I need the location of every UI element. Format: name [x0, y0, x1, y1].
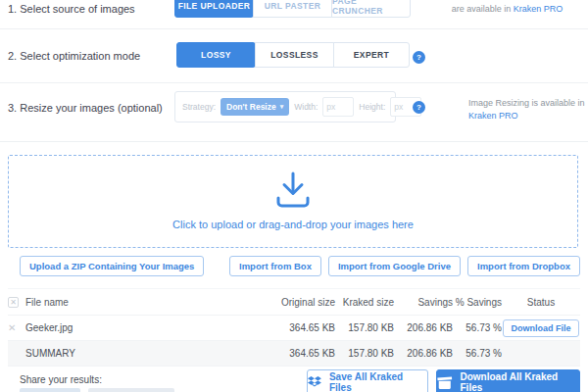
download-arrow-icon — [270, 171, 316, 214]
resize-controls: Strategy: Don't Resize ▾ Width: Height: — [174, 91, 396, 122]
summary-pct: 56.73 % — [453, 348, 502, 359]
tab-expert[interactable]: EXPERT — [333, 42, 410, 68]
share-results-label: Share your results: — [20, 374, 102, 385]
upload-zip-button[interactable]: Upload a ZIP Containing Your Images — [20, 256, 204, 276]
remove-file-icon[interactable]: ✕ — [8, 322, 25, 333]
col-savings: Savings — [394, 297, 453, 308]
strategy-dropdown[interactable]: Don't Resize ▾ — [220, 98, 289, 116]
dropzone-text: Click to upload or drag-and-drop your im… — [9, 219, 577, 230]
savings-value: 206.86 KB — [394, 322, 453, 333]
archive-box-icon — [437, 376, 453, 389]
strategy-value: Don't Resize — [226, 102, 276, 112]
help-icon-resize[interactable]: ? — [413, 101, 425, 114]
step2-label: 2. Select optimization mode — [8, 50, 140, 62]
divider — [0, 141, 588, 142]
height-label: Height: — [359, 102, 385, 112]
tab-url-paster[interactable]: URL PASTER — [253, 0, 332, 18]
upload-dropzone[interactable]: Click to upload or drag-and-drop your im… — [8, 155, 578, 248]
step1-label: 1. Select source of images — [8, 3, 135, 15]
pro-note-resize-text: Image Resizing is available in — [468, 98, 585, 108]
pro-note-top-text: are available in — [452, 4, 512, 14]
kraken-optimizer-page: 1. Select source of images FILE UPLOADER… — [0, 0, 588, 392]
share-widget[interactable] — [20, 388, 80, 392]
import-dropbox-button[interactable]: Import from Dropbox — [467, 256, 580, 276]
dropbox-icon — [308, 376, 321, 388]
summary-original: 364.65 KB — [257, 348, 335, 359]
download-all-button[interactable]: Download All Kraked Files — [436, 369, 580, 392]
import-gdrive-button[interactable]: Import from Google Drive — [328, 256, 461, 276]
col-original-size: Original size — [257, 297, 335, 308]
summary-label: SUMMARY — [25, 348, 257, 359]
col-status: Status — [502, 297, 580, 308]
source-tabs: FILE UPLOADER URL PASTER PAGE CRUNCHER — [174, 0, 411, 18]
results-table: ✕ File name Original size Kraked size Sa… — [8, 288, 580, 367]
kraked-size-value: 157.80 KB — [335, 322, 394, 333]
col-pct-savings: % Savings — [453, 297, 502, 308]
width-label: Width: — [294, 102, 318, 112]
tab-lossless[interactable]: LOSSLESS — [255, 42, 334, 68]
kraken-pro-link[interactable]: Kraken PRO — [514, 4, 564, 14]
width-input[interactable] — [322, 97, 354, 117]
help-icon-mode[interactable]: ? — [413, 51, 425, 64]
divider — [0, 82, 588, 83]
save-all-label: Save All Kraked Files — [329, 371, 427, 392]
summary-kraked: 157.80 KB — [335, 348, 394, 359]
pro-note-resize: Image Resizing is available in Kraken PR… — [468, 97, 585, 122]
summary-row: SUMMARY 364.65 KB 157.80 KB 206.86 KB 56… — [8, 341, 580, 367]
summary-savings: 206.86 KB — [394, 348, 453, 359]
pro-note-top: are available in Kraken PRO — [431, 3, 583, 16]
pct-savings-value: 56.73 % — [453, 322, 502, 333]
share-widget[interactable] — [88, 388, 174, 392]
tab-lossy[interactable]: LOSSY — [176, 42, 256, 68]
download-all-label: Download All Kraked Files — [461, 371, 579, 392]
import-box-button[interactable]: Import from Box — [229, 256, 321, 276]
table-header-row: ✕ File name Original size Kraked size Sa… — [8, 288, 580, 316]
tab-page-cruncher[interactable]: PAGE CRUNCHER — [331, 0, 411, 18]
remove-all-icon[interactable]: ✕ — [8, 297, 19, 308]
step3-label: 3. Resize your images (optional) — [8, 102, 163, 114]
mode-tabs: LOSSY LOSSLESS EXPERT — [176, 42, 410, 68]
table-row: ✕ Geeker.jpg 364.65 KB 157.80 KB 206.86 … — [8, 316, 580, 341]
import-buttons: Import from Box Import from Google Drive… — [229, 256, 580, 276]
file-name: Geeker.jpg — [25, 322, 257, 333]
col-kraked-size: Kraked size — [335, 297, 394, 308]
kraken-pro-link[interactable]: Kraken PRO — [468, 111, 518, 121]
strategy-label: Strategy: — [182, 102, 216, 112]
chevron-down-icon: ▾ — [280, 103, 284, 111]
tab-file-uploader[interactable]: FILE UPLOADER — [174, 0, 254, 18]
original-size-value: 364.65 KB — [257, 322, 335, 333]
divider — [0, 28, 588, 29]
save-all-button[interactable]: Save All Kraked Files — [307, 369, 428, 392]
download-file-button[interactable]: Download File — [503, 319, 578, 337]
col-file-name: File name — [25, 297, 257, 308]
